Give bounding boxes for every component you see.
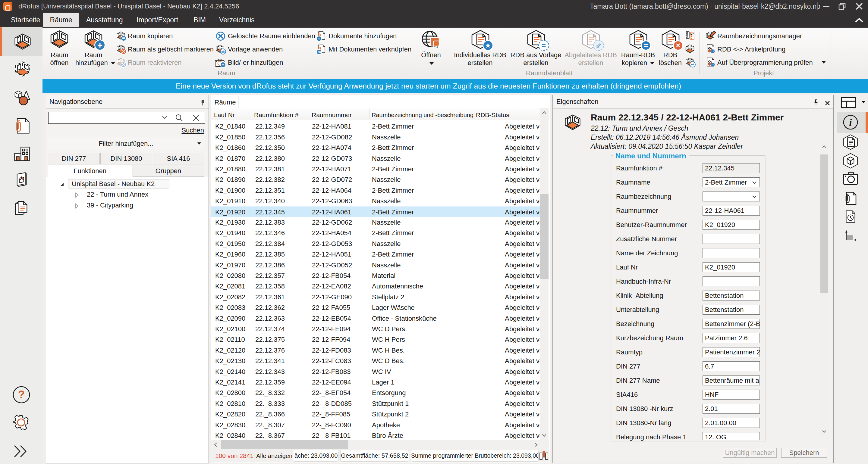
- svg-text:?: ?: [18, 389, 25, 401]
- svg-text:i: i: [849, 117, 852, 128]
